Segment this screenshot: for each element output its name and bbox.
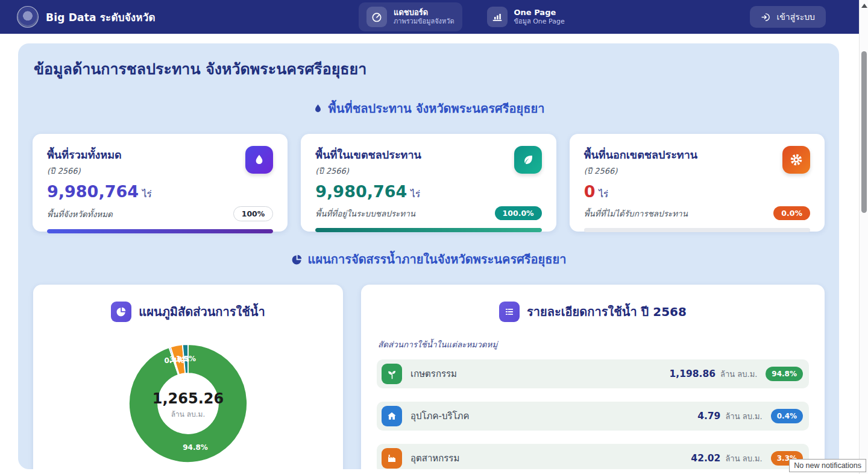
usage-percent-badge: 94.8% <box>766 367 803 381</box>
stat-value: 9,980,764ไร่ <box>47 182 273 201</box>
percent-badge: 100% <box>233 206 274 221</box>
stat-card-out-zone: พื้นที่นอกเขตชลประทาน (ปี 2566) 0ไร่ พื้… <box>570 134 825 232</box>
login-icon <box>761 12 771 22</box>
usage-unit: ล้าน ลบ.ม. <box>720 368 757 381</box>
nav-item-sublabel: ข้อมูล One Page <box>514 17 565 26</box>
stat-title: พื้นที่ในเขตชลประทาน <box>315 146 541 163</box>
page-title: ข้อมูลด้านการชลประทาน จังหวัดพระนครศรีอย… <box>18 43 839 81</box>
factory-icon <box>382 448 402 469</box>
section-title-allocation: แผนการจัดสรรน้ำภายในจังหวัดพระนครศรีอยุธ… <box>18 250 839 269</box>
water-usage-pie-card: แผนภูมิสัดส่วนการใช้น้ำ 94.8%0.4%3.3%1.5… <box>33 285 343 469</box>
stat-unit: ไร่ <box>142 189 152 200</box>
usage-label: เกษตรกรรม <box>410 367 457 381</box>
gear-icon <box>782 146 810 174</box>
brand[interactable]: Big Data ระดับจังหวัด <box>17 6 156 28</box>
stat-card-total-area: พื้นที่รวมทั้งหมด (ปี 2566) 9,980,764ไร่… <box>33 134 288 232</box>
donut-slice-percent-label: 1.5% <box>176 355 196 363</box>
login-label: เข้าสู่ระบบ <box>776 10 815 24</box>
usage-value: 42.02 <box>691 453 720 464</box>
stat-value: 0ไร่ <box>584 182 810 201</box>
brand-title: Big Data ระดับจังหวัด <box>46 9 156 25</box>
donut-slice-percent-label: 94.8% <box>183 443 208 452</box>
home-icon <box>382 406 402 426</box>
donut-chart: 94.8%0.4%3.3%1.5% 1,265.26 ล้าน ลบ.ม. <box>121 337 255 469</box>
pie-card-title: แผนภูมิสัดส่วนการใช้น้ำ <box>139 302 265 321</box>
stat-unit: ไร่ <box>410 189 420 200</box>
lower-card-row: แผนภูมิสัดส่วนการใช้น้ำ 94.8%0.4%3.3%1.5… <box>33 285 825 469</box>
nav-item-sublabel: ภาพรวมข้อมูลจังหวัด <box>394 17 454 26</box>
stat-title: พื้นที่นอกเขตชลประทาน <box>584 146 810 163</box>
progress-track <box>315 228 541 232</box>
stat-value: 9,980,764ไร่ <box>315 182 541 201</box>
nav-item-dashboard[interactable]: แดชบอร์ด ภาพรวมข้อมูลจังหวัด <box>359 2 462 31</box>
nav-item-label: แดชบอร์ด <box>394 8 454 17</box>
leaf-icon <box>514 146 542 174</box>
usage-percent-badge: 0.4% <box>771 409 803 423</box>
nav-menu: แดชบอร์ด ภาพรวมข้อมูลจังหวัด One Page ข้… <box>359 0 573 34</box>
usage-unit: ล้าน ลบ.ม. <box>725 452 762 465</box>
water-drop-icon <box>245 146 273 174</box>
detail-card-title: รายละเอียดการใช้น้ำ ปี 2568 <box>527 302 687 321</box>
stat-unit: ไร่ <box>599 189 608 200</box>
usage-value: 1,198.86 <box>670 368 716 379</box>
browser-scrollbar[interactable] <box>859 0 868 474</box>
scrollbar-thumb[interactable] <box>861 51 867 213</box>
dashboard-gauge-icon <box>366 7 387 27</box>
nav-item-one-page[interactable]: One Page ข้อมูล One Page <box>479 2 573 31</box>
progress-fill <box>315 228 541 232</box>
top-navbar: Big Data ระดับจังหวัด แดชบอร์ด ภาพรวมข้อ… <box>0 0 859 34</box>
usage-value: 4.79 <box>697 411 720 422</box>
provincial-seal-logo <box>17 6 39 28</box>
usage-row-consumption: อุปโภค-บริโภค 4.79 ล้าน ลบ.ม. 0.4% <box>377 402 809 431</box>
stat-year: (ปี 2566) <box>47 165 273 177</box>
seedling-icon <box>382 364 402 384</box>
notification-tooltip: No new notifications <box>789 459 866 472</box>
water-usage-detail-card: รายละเอียดการใช้น้ำ ปี 2568 สัดส่วนการใช… <box>361 285 825 469</box>
stat-year: (ปี 2566) <box>584 165 810 177</box>
percent-badge: 100.0% <box>495 206 542 220</box>
usage-unit: ล้าน ลบ.ม. <box>725 410 762 423</box>
usage-label: อุตสาหกรรม <box>410 451 459 466</box>
stat-title: พื้นที่รวมทั้งหมด <box>47 146 273 163</box>
usage-label: อุปโภค-บริโภค <box>410 409 469 423</box>
percent-badge: 0.0% <box>773 206 810 220</box>
bar-chart-icon <box>487 7 508 27</box>
section-title-irrigation: พื้นที่ชลประทาน จังหวัดพระนครศรีอยุธยา <box>18 99 839 118</box>
stat-card-row: พื้นที่รวมทั้งหมด (ปี 2566) 9,980,764ไร่… <box>33 134 825 232</box>
stat-year: (ปี 2566) <box>315 165 541 177</box>
pie-chart-icon <box>291 254 303 265</box>
stat-card-in-zone: พื้นที่ในเขตชลประทาน (ปี 2566) 9,980,764… <box>301 134 556 232</box>
water-drop-icon <box>313 103 323 115</box>
main-panel: ข้อมูลด้านการชลประทาน จังหวัดพระนครศรีอย… <box>18 43 839 469</box>
stat-desc: พื้นที่จังหวัดทั้งหมด <box>47 207 113 221</box>
usage-row-agriculture: เกษตรกรรม 1,198.86 ล้าน ลบ.ม. 94.8% <box>377 359 809 388</box>
progress-track <box>584 228 810 232</box>
detail-card-subtitle: สัดส่วนการใช้น้ำในแต่ละหมวดหมู่ <box>378 338 809 351</box>
progress-fill <box>47 229 273 233</box>
usage-row-industry: อุตสาหกรรม 42.02 ล้าน ลบ.ม. 3.3% <box>377 444 809 469</box>
stat-desc: พื้นที่ที่อยู่ในระบบชลประทาน <box>315 207 415 220</box>
progress-track <box>47 229 273 233</box>
list-icon <box>499 302 520 322</box>
stat-desc: พื้นที่ที่ไม่ได้รับการชลประทาน <box>584 207 688 220</box>
pie-chart-icon <box>111 302 131 322</box>
scrollbar-up-arrow-icon[interactable] <box>861 4 867 8</box>
login-button[interactable]: เข้าสู่ระบบ <box>750 6 826 28</box>
nav-item-label: One Page <box>514 8 565 17</box>
